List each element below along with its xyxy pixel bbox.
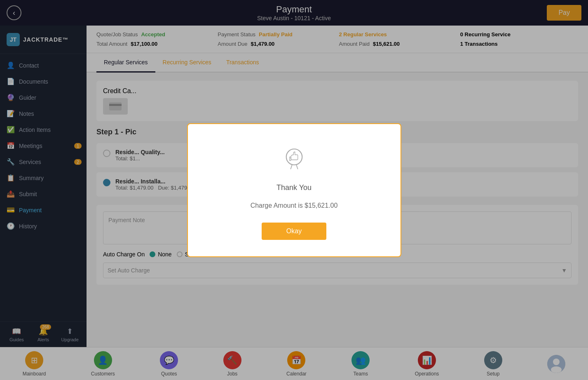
svg-line-8 bbox=[296, 165, 298, 169]
modal-thank-you: Thank You bbox=[276, 183, 312, 192]
svg-point-5 bbox=[286, 149, 302, 165]
modal-box: Thank You Charge Amount is $15,621.00 Ok… bbox=[187, 123, 401, 257]
modal-charge-text: Charge Amount is $15,621.00 bbox=[251, 202, 338, 209]
svg-rect-6 bbox=[289, 157, 291, 160]
award-icon bbox=[280, 145, 309, 174]
modal-overlay: Thank You Charge Amount is $15,621.00 Ok… bbox=[0, 0, 588, 380]
svg-line-7 bbox=[290, 165, 292, 169]
modal-okay-button[interactable]: Okay bbox=[262, 223, 326, 240]
